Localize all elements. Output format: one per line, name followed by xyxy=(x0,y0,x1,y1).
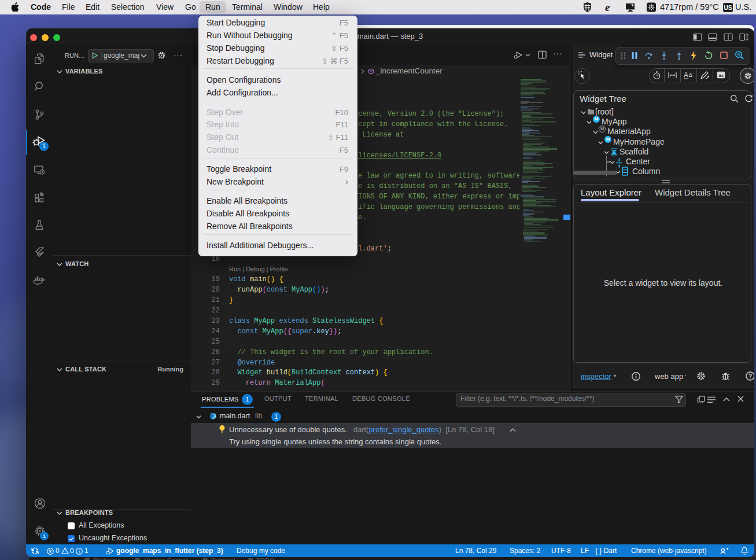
svg-text:A: A xyxy=(684,71,688,79)
svg-text:A: A xyxy=(689,72,692,77)
svg-text:?: ? xyxy=(748,373,752,380)
